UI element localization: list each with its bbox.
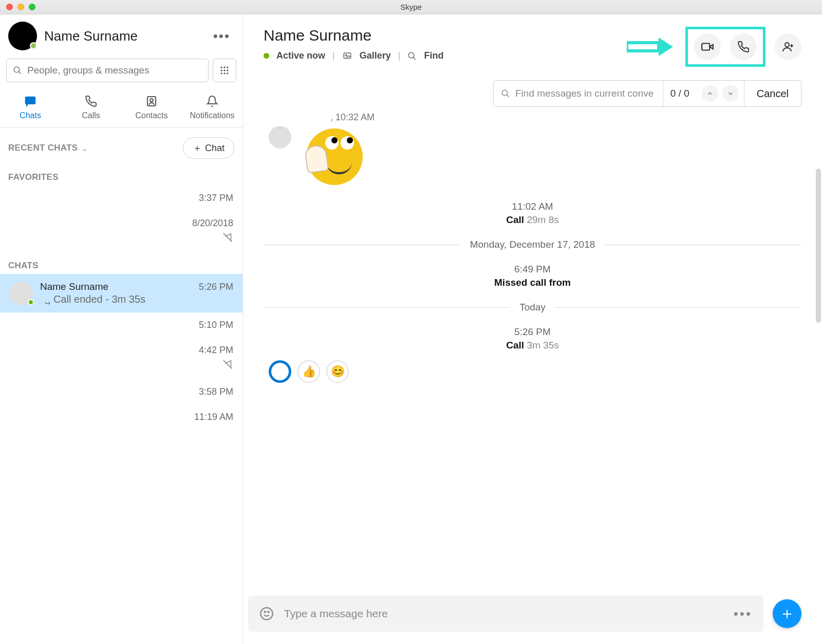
more-button[interactable]: •••	[209, 26, 234, 46]
window-titlebar: Skype	[0, 0, 822, 14]
item-time: 5:10 PM	[9, 320, 233, 330]
find-cancel-button[interactable]: Cancel	[744, 81, 801, 106]
reaction-smile[interactable]: 😊	[326, 360, 349, 383]
list-item[interactable]: 8/20/2018	[0, 211, 242, 252]
avatar[interactable]	[8, 22, 37, 50]
chevron-down-icon[interactable]: ⌄	[81, 143, 88, 153]
svg-point-3	[223, 67, 225, 68]
call-ended-icon	[40, 295, 50, 305]
conversation-pane: Name Surname Active now | Gallery | Find	[243, 14, 822, 644]
svg-point-2	[221, 67, 222, 68]
new-action-button[interactable]: ＋	[773, 599, 801, 628]
muted-icon	[222, 232, 233, 243]
tab-contacts[interactable]: Contacts	[121, 88, 182, 127]
event-duration: 3m 35s	[527, 340, 558, 351]
item-time: 11:19 AM	[9, 412, 233, 422]
conversation-header: Name Surname Active now | Gallery | Find	[243, 14, 822, 72]
item-time: 8/20/2018	[9, 218, 233, 229]
event-label: Call	[506, 340, 524, 351]
status-text: Active now	[276, 50, 325, 61]
list-item[interactable]: 4:42 PM	[0, 338, 242, 379]
call-event: 5:26 PM Call 3m 35s	[264, 326, 801, 351]
item-time: 3:37 PM	[9, 193, 233, 204]
annotation-highlight	[685, 27, 765, 67]
list-item-selected[interactable]: Name Surname 5:26 PM Call ended - 3m 35s	[0, 274, 242, 312]
annotation-arrow-icon	[627, 38, 673, 56]
svg-point-27	[264, 611, 265, 612]
find-input[interactable]: Find messages in current conve	[494, 88, 663, 99]
svg-point-6	[223, 69, 225, 71]
list-item[interactable]: 3:58 PM	[0, 379, 242, 404]
call-event: 11:02 AM Call 29m 8s	[264, 201, 801, 226]
conversation-title: Name Surname	[264, 27, 443, 44]
find-next-button[interactable]	[722, 85, 739, 102]
add-participant-button[interactable]	[775, 33, 801, 60]
message-timestamp: , 10:32 AM	[264, 112, 801, 123]
svg-point-8	[221, 72, 222, 74]
favorites-header: FAVORITES	[0, 164, 242, 186]
person-add-icon	[782, 41, 794, 53]
phone-icon	[737, 41, 750, 53]
sidebar: Name Surname ••• People, groups & messag…	[0, 14, 243, 644]
window-minimize-button[interactable]	[17, 4, 24, 10]
emoji-sticker	[304, 126, 365, 188]
gallery-link[interactable]: Gallery	[360, 50, 391, 61]
muted-icon	[222, 359, 233, 370]
svg-rect-18	[627, 43, 659, 51]
message-composer[interactable]: Type a message here •••	[248, 596, 763, 632]
svg-point-15	[345, 54, 347, 56]
find-bar: Find messages in current conve 0 / 0 Can…	[493, 80, 801, 107]
audio-call-button[interactable]	[730, 33, 757, 60]
tab-calls[interactable]: Calls	[61, 88, 121, 127]
message-list[interactable]: , 10:32 AM 11:02 AM Call 29m 8s Monday, …	[243, 112, 822, 587]
tab-label: Chats	[0, 111, 61, 120]
tab-chats[interactable]: Chats	[0, 88, 61, 127]
find-prev-button[interactable]	[702, 85, 718, 102]
traffic-lights	[0, 4, 35, 10]
avatar	[9, 282, 33, 305]
list-item[interactable]: 3:37 PM	[0, 186, 242, 211]
tab-notifications[interactable]: Notifications	[182, 88, 242, 127]
event-time: 6:49 PM	[264, 264, 801, 275]
find-count: 0 / 0	[663, 81, 697, 106]
scrollbar[interactable]	[816, 169, 821, 323]
day-separator: Monday, December 17, 2018	[264, 239, 801, 250]
contacts-icon	[145, 95, 158, 107]
item-time: 5:26 PM	[199, 282, 233, 292]
tab-label: Calls	[61, 111, 121, 120]
gallery-icon	[342, 51, 352, 61]
search-icon	[501, 89, 510, 98]
find-link[interactable]: Find	[424, 50, 443, 61]
svg-point-16	[409, 52, 415, 58]
missed-call-event: 6:49 PM Missed call from	[264, 264, 801, 288]
message-row	[264, 126, 801, 188]
new-chat-button[interactable]: ＋ Chat	[183, 137, 234, 159]
dialpad-button[interactable]	[213, 59, 236, 82]
list-item[interactable]: 5:10 PM	[0, 312, 242, 338]
event-time: 5:26 PM	[264, 326, 801, 338]
window-maximize-button[interactable]	[29, 4, 35, 10]
plus-icon: ＋	[193, 142, 202, 154]
svg-point-13	[150, 99, 153, 102]
window-close-button[interactable]	[6, 4, 13, 10]
search-input[interactable]: People, groups & messages	[6, 59, 209, 82]
composer-more-button[interactable]: •••	[734, 606, 752, 622]
tab-label: Contacts	[121, 111, 182, 120]
svg-line-17	[414, 57, 416, 60]
find-placeholder: Find messages in current conve	[515, 88, 653, 99]
event-time: 11:02 AM	[264, 201, 801, 212]
svg-marker-19	[659, 38, 673, 56]
event-duration: 29m 8s	[527, 214, 558, 225]
svg-point-26	[260, 608, 272, 619]
video-call-button[interactable]	[694, 33, 721, 60]
reaction-cortana[interactable]	[269, 360, 291, 383]
event-label: Call	[506, 214, 524, 225]
event-label: Missed call from	[494, 277, 571, 288]
svg-point-9	[223, 72, 225, 74]
day-separator: Today	[264, 302, 801, 313]
reaction-thumbs-up[interactable]: 👍	[297, 360, 320, 383]
list-item[interactable]: 11:19 AM	[0, 404, 242, 430]
svg-point-4	[227, 67, 228, 68]
reaction-bar: 👍 😊	[264, 351, 801, 383]
emoji-icon[interactable]	[259, 606, 274, 621]
